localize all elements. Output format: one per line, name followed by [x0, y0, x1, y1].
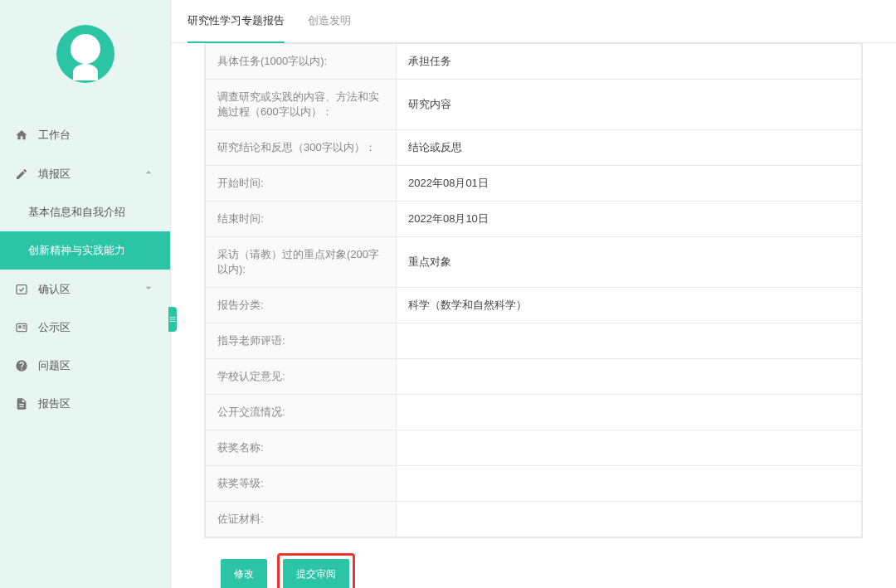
field-label: 研究结论和反思（300字以内）：	[206, 130, 397, 166]
field-value	[397, 502, 862, 537]
field-label: 报告分类:	[206, 288, 397, 323]
sidebar-sub-label: 创新精神与实践能力	[28, 244, 125, 256]
field-value	[397, 359, 862, 395]
table-row: 学校认定意见:	[206, 359, 862, 395]
tab-research-report[interactable]: 研究性学习专题报告	[187, 0, 285, 43]
field-label: 学校认定意见:	[206, 359, 397, 395]
sidebar-item-label: 工作台	[38, 128, 71, 143]
question-icon	[15, 359, 28, 372]
field-value: 2022年08月10日	[397, 202, 862, 237]
field-label: 采访（请教）过的重点对象(200字以内):	[206, 237, 397, 288]
sidebar-item-label: 填报区	[38, 167, 71, 182]
table-row: 具体任务(1000字以内):承担任务	[206, 44, 862, 80]
avatar-wrap	[0, 0, 170, 116]
svg-rect-0	[17, 284, 27, 294]
field-label: 获奖等级:	[206, 466, 397, 502]
edit-icon	[15, 168, 28, 181]
sidebar-sub-innovation[interactable]: 创新精神与实践能力	[0, 231, 170, 270]
field-value: 承担任务	[397, 44, 862, 80]
table-row: 采访（请教）过的重点对象(200字以内):重点对象	[206, 237, 862, 288]
action-bar: 修改 提交审阅	[187, 538, 879, 588]
field-value: 2022年08月01日	[397, 166, 862, 202]
sidebar-item-label: 报告区	[38, 396, 71, 411]
field-value	[397, 323, 862, 359]
table-row: 获奖等级:	[206, 466, 862, 502]
sidebar-item-fillarea[interactable]: 填报区	[0, 154, 170, 193]
chevron-down-icon	[142, 281, 155, 297]
field-label: 开始时间:	[206, 166, 397, 202]
content: 具体任务(1000字以内):承担任务调查研究或实践的内容、方法和实施过程（600…	[171, 43, 896, 588]
chevron-up-icon	[142, 166, 155, 182]
sidebar-item-publicity[interactable]: 公示区	[0, 309, 170, 347]
sidebar-item-label: 公示区	[38, 320, 71, 335]
tab-label: 研究性学习专题报告	[187, 14, 285, 27]
field-label: 公开交流情况:	[206, 395, 397, 430]
table-row: 佐证材料:	[206, 502, 862, 537]
field-value: 研究内容	[397, 80, 862, 130]
edit-button[interactable]: 修改	[221, 559, 267, 588]
table-row: 开始时间:2022年08月01日	[206, 166, 862, 202]
sidebar-item-question[interactable]: 问题区	[0, 347, 170, 385]
field-value	[397, 395, 862, 430]
svg-point-2	[19, 326, 22, 328]
field-label: 结束时间:	[206, 202, 397, 237]
main: 研究性学习专题报告 创造发明 具体任务(1000字以内):承担任务调查研究或实践…	[170, 0, 896, 588]
table-row: 结束时间:2022年08月10日	[206, 202, 862, 237]
info-table: 具体任务(1000字以内):承担任务调查研究或实践的内容、方法和实施过程（600…	[204, 43, 863, 538]
tab-invention[interactable]: 创造发明	[308, 0, 351, 43]
card-icon	[15, 321, 28, 334]
table-row: 调查研究或实践的内容、方法和实施过程（600字以内）：研究内容	[206, 80, 862, 130]
table-row: 公开交流情况:	[206, 395, 862, 430]
table-row: 获奖名称:	[206, 430, 862, 466]
sidebar-item-worktable[interactable]: 工作台	[0, 116, 170, 154]
field-value	[397, 430, 862, 466]
field-label: 获奖名称:	[206, 430, 397, 466]
field-value	[397, 466, 862, 502]
table-row: 报告分类:科学（数学和自然科学）	[206, 288, 862, 323]
sidebar-toggle[interactable]	[168, 307, 177, 332]
field-value: 重点对象	[397, 237, 862, 288]
sidebar: 工作台 填报区 基本信息和自我介绍 创新精神与实践能力 确认区	[0, 0, 170, 588]
sidebar-item-label: 问题区	[38, 358, 71, 373]
table-row: 研究结论和反思（300字以内）：结论或反思	[206, 130, 862, 166]
tab-label: 创造发明	[308, 14, 351, 27]
field-label: 佐证材料:	[206, 502, 397, 537]
submit-button[interactable]: 提交审阅	[283, 559, 349, 588]
field-label: 具体任务(1000字以内):	[206, 44, 397, 80]
sidebar-item-confirmarea[interactable]: 确认区	[0, 270, 170, 309]
sidebar-item-label: 确认区	[38, 282, 71, 297]
sidebar-item-report[interactable]: 报告区	[0, 385, 170, 423]
home-icon	[15, 129, 28, 142]
field-label: 调查研究或实践的内容、方法和实施过程（600字以内）：	[206, 80, 397, 130]
field-value: 科学（数学和自然科学）	[397, 288, 862, 323]
tabs: 研究性学习专题报告 创造发明	[171, 0, 896, 43]
sidebar-sub-basicinfo[interactable]: 基本信息和自我介绍	[0, 193, 170, 231]
avatar[interactable]	[56, 25, 114, 83]
table-row: 指导老师评语:	[206, 323, 862, 359]
file-icon	[15, 397, 28, 411]
sidebar-sub-label: 基本信息和自我介绍	[28, 206, 125, 218]
field-value: 结论或反思	[397, 130, 862, 166]
submit-highlight: 提交审阅	[277, 553, 355, 588]
check-icon	[15, 283, 28, 296]
field-label: 指导老师评语:	[206, 323, 397, 359]
